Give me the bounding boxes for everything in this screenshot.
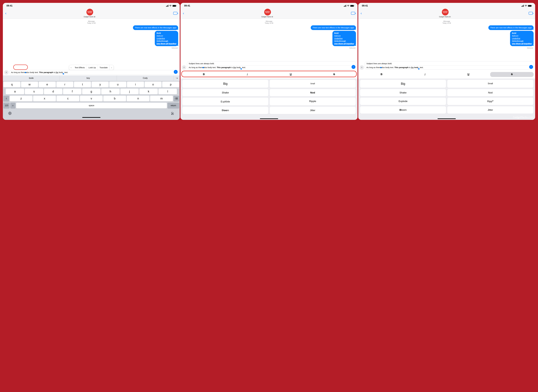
return-key[interactable]: return (167, 103, 179, 108)
facetime-button[interactable] (351, 12, 355, 15)
backspace-key[interactable]: ⌫ (173, 96, 179, 101)
timestamp: iMessage Today 14:38 (5, 20, 178, 24)
key-a[interactable]: a (6, 89, 24, 94)
effect-jitter[interactable]: Jitter (270, 107, 356, 114)
key-q[interactable]: q (3, 82, 20, 87)
subject-field[interactable]: Subject lines are always bold. (366, 62, 529, 65)
back-button[interactable]: ‹ (5, 11, 6, 15)
shift-key[interactable]: ⇧ (3, 96, 9, 101)
back-button[interactable]: ‹ (361, 11, 362, 15)
key-m[interactable]: m (150, 96, 173, 101)
home-indicator[interactable] (260, 118, 278, 119)
home-indicator[interactable] (82, 117, 100, 118)
send-button[interactable]: ↑ (174, 70, 178, 74)
selection-handle-end[interactable] (63, 73, 64, 75)
key-z[interactable]: z (10, 96, 32, 101)
bold-button[interactable]: B (360, 72, 403, 77)
bold-button[interactable]: B (182, 72, 225, 77)
key-j[interactable]: j (120, 89, 139, 94)
effect-big[interactable]: Big (182, 80, 268, 88)
italic-button[interactable]: I (403, 72, 447, 77)
key-u[interactable]: u (109, 82, 126, 87)
key-r[interactable]: r (56, 82, 74, 87)
underline-button[interactable]: U (447, 72, 490, 77)
effect-nod[interactable]: Nod (447, 89, 533, 96)
callout-next[interactable]: › (110, 65, 113, 70)
emoji-key[interactable]: ☺ (10, 103, 15, 108)
key-c[interactable]: c (56, 96, 79, 101)
send-button[interactable]: ↑ (352, 65, 355, 69)
globe-icon[interactable]: 🌐︎ (8, 112, 12, 116)
selection-handle-end[interactable] (241, 68, 242, 70)
home-indicator[interactable] (438, 118, 456, 119)
strikethrough-button[interactable]: S (490, 72, 533, 77)
effect-ripple[interactable]: Ripple (270, 98, 356, 105)
text-format-icon[interactable]: ⁼A (174, 75, 180, 81)
callout-look-up[interactable]: Look Up (87, 65, 98, 70)
key-s[interactable]: s (25, 89, 43, 94)
effect-shake[interactable]: Shake (182, 89, 268, 96)
key-x[interactable]: x (33, 96, 56, 101)
key-d[interactable]: d (44, 89, 62, 94)
strikethrough-button[interactable]: S (312, 72, 356, 77)
key-k[interactable]: k (139, 89, 158, 94)
effect-ripple[interactable]: Ripple (447, 98, 533, 105)
back-button[interactable]: ‹ (183, 11, 184, 15)
facetime-button[interactable] (529, 12, 533, 15)
effect-big[interactable]: Big (360, 80, 446, 88)
contact-header[interactable]: GADGETHACKS Gadget Hacks› (84, 9, 96, 18)
key-p[interactable]: p (162, 82, 179, 87)
effect-bloom[interactable]: Bloom (182, 107, 268, 114)
message-bubble-1[interactable]: There are now text effects in the Messag… (311, 25, 356, 30)
italic-button[interactable]: I (226, 72, 269, 77)
plus-button[interactable]: + (360, 65, 364, 70)
key-i[interactable]: i (127, 82, 144, 87)
message-input[interactable]: Subject lines are always bold. As long a… (187, 61, 356, 70)
send-button[interactable]: ↑ (529, 65, 533, 69)
contact-header[interactable]: GADGETHACKS Gadget Hacks› (261, 9, 274, 18)
key-g[interactable]: g (82, 89, 101, 94)
key-t[interactable]: t (74, 82, 91, 87)
effect-bloom[interactable]: Bloom (360, 106, 446, 114)
effect-explode[interactable]: Explode (182, 98, 268, 105)
key-o[interactable]: o (145, 82, 162, 87)
numbers-key[interactable]: 123 (3, 103, 10, 108)
selection-handle-end[interactable] (418, 68, 419, 70)
suggestion-2[interactable]: boy (60, 75, 117, 81)
key-l[interactable]: l (158, 89, 177, 94)
key-b[interactable]: b (103, 96, 126, 101)
message-bubble-1[interactable]: There are now text effects in the Messag… (488, 25, 533, 30)
key-h[interactable]: h (101, 89, 120, 94)
space-key[interactable]: space (16, 103, 167, 108)
contact-header[interactable]: GADGETHACKS Gadget Hacks› (439, 9, 451, 18)
callout-text-effects[interactable]: Text Effects (73, 65, 87, 70)
callout-prev[interactable]: ‹ (69, 65, 73, 70)
key-v[interactable]: v (80, 96, 103, 101)
message-bubble-2[interactable]: Bold Italicize Underline Strikethrough U… (332, 31, 356, 46)
callout-translate[interactable]: Translate (98, 65, 110, 70)
key-w[interactable]: w (21, 82, 38, 87)
plus-button[interactable]: + (4, 70, 9, 75)
mic-icon[interactable]: 🎤︎ (171, 112, 174, 116)
effect-small[interactable]: Small (447, 80, 533, 88)
message-input[interactable]: As long as therealso body text. This par… (9, 70, 178, 75)
suggestion-3[interactable]: Cody (117, 75, 174, 81)
effect-jitter[interactable]: Jitter (447, 106, 533, 114)
effect-nod[interactable]: Nod (270, 89, 356, 96)
plus-button[interactable]: + (182, 65, 186, 70)
underline-button[interactable]: U (269, 72, 312, 77)
message-input[interactable]: Subject lines are always bold. As long a… (365, 61, 534, 70)
effect-explode[interactable]: Explode (360, 98, 446, 105)
key-f[interactable]: f (63, 89, 81, 94)
effect-shake[interactable]: Shake (360, 89, 446, 96)
message-bubble-1[interactable]: There are now text effects in the Messag… (133, 25, 178, 30)
suggestion-1[interactable]: bode (3, 75, 60, 81)
message-bubble-2[interactable]: Bold Italicize Underline Strikethrough U… (155, 31, 178, 46)
facetime-button[interactable] (173, 12, 177, 15)
subject-field[interactable]: Subject lines are always bold. (189, 62, 351, 65)
key-y[interactable]: y (92, 82, 109, 87)
effect-small[interactable]: Small (270, 80, 356, 88)
message-bubble-2[interactable]: Bold Italicize Underline Strikethrough U… (510, 31, 533, 46)
key-n[interactable]: n (127, 96, 149, 101)
key-e[interactable]: e (39, 82, 56, 87)
